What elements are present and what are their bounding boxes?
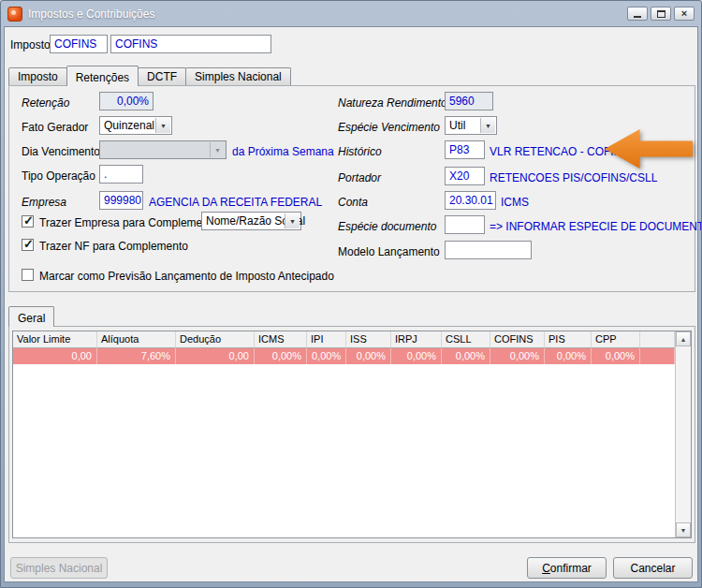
cancelar-button[interactable]: Cancelar — [613, 557, 693, 579]
table-cell: 0,00% — [490, 348, 545, 364]
modelo-lancamento-field[interactable] — [445, 241, 532, 259]
checkbox-0-label: Trazer Empresa para Complemento — [39, 216, 218, 229]
dialog-body: Imposto COFINS COFINS ImpostoRetençõesDC… — [4, 26, 698, 582]
fato-gerador-value: Quinzenal — [104, 119, 154, 132]
empresa-description: AGENCIA DA RECEITA FEDERAL — [149, 196, 322, 209]
column-header[interactable]: Dedução — [176, 331, 255, 348]
close-icon: × — [681, 8, 687, 19]
table-cell: 0,00% — [307, 348, 346, 364]
conta-field[interactable]: 20.30.01 — [445, 191, 496, 210]
dia-vencimento-label: Dia Vencimento — [22, 145, 100, 158]
checkbox-2-label: Marcar como Previsão Lançamento de Impos… — [39, 270, 334, 283]
chevron-down-icon[interactable]: ▼ — [210, 142, 225, 157]
tipo-operacao-label: Tipo Operação — [22, 169, 95, 183]
app-icon — [7, 7, 22, 22]
especie-documento-label: Espécie documento — [338, 220, 436, 233]
column-header[interactable]: CPP — [592, 331, 640, 348]
column-header[interactable]: PIS — [545, 331, 592, 348]
especie-documento-description: => INFORMAR ESPECIE DE DOCUMENTO — [490, 220, 702, 233]
especie-vencimento-select[interactable]: Util ▼ — [445, 116, 497, 135]
dia-vencimento-hint: da Próxima Semana — [232, 145, 334, 158]
table-row[interactable]: 0,007,60%0,000,00%0,00%0,00%0,00%0,00%0,… — [13, 348, 675, 364]
table-cell: 0,00 — [13, 348, 97, 364]
column-header-filler — [640, 331, 675, 348]
tab-retenções[interactable]: Retenções — [66, 66, 139, 86]
portador-description: RETENCOES PIS/COFINS/CSLL — [490, 171, 657, 184]
maximize-button[interactable] — [651, 7, 671, 21]
conta-label: Conta — [338, 196, 368, 209]
natureza-rendimento-label: Natureza Rendimento — [338, 96, 447, 110]
column-header[interactable]: Valor Limite — [13, 331, 97, 348]
table-cell: 0,00 — [176, 348, 255, 364]
simples-nacional-button: Simples Nacional — [10, 557, 108, 579]
vertical-scrollbar[interactable]: ▲ ▼ — [675, 331, 691, 537]
empresa-label: Empresa — [22, 196, 66, 209]
imposto-label: Imposto — [10, 38, 51, 51]
especie-vencimento-label: Espécie Vencimento — [338, 121, 440, 134]
column-header[interactable]: CSLL — [442, 331, 490, 348]
main-tabs: ImpostoRetençõesDCTFSimples Nacional — [8, 66, 290, 86]
portador-field[interactable]: X20 — [445, 167, 485, 185]
retencao-field[interactable]: 0,00% — [99, 92, 154, 110]
fato-gerador-select[interactable]: Quinzenal ▼ — [99, 116, 172, 135]
chevron-down-icon[interactable]: ▼ — [285, 213, 300, 228]
complemento-select[interactable]: Nome/Razão Social ▼ — [201, 212, 301, 230]
imposto-code-field[interactable]: COFINS — [50, 35, 108, 53]
scroll-up-button[interactable]: ▲ — [676, 331, 691, 346]
imposto-name-field[interactable]: COFINS — [110, 35, 271, 53]
tab-simples-nacional[interactable]: Simples Nacional — [185, 67, 291, 85]
table-cell-filler — [640, 348, 675, 364]
empresa-field[interactable]: 999980 — [99, 191, 143, 210]
table-cell: 0,00% — [391, 348, 442, 364]
historico-label: Histórico — [338, 145, 382, 158]
checkbox-1-label: Trazer NF para Complemento — [39, 240, 188, 253]
window-controls: × — [627, 7, 695, 21]
column-header[interactable]: ISS — [346, 331, 391, 348]
window-title: Impostos e Contribuições — [28, 7, 154, 21]
chevron-down-icon[interactable]: ▼ — [155, 118, 170, 133]
portador-label: Portador — [338, 171, 381, 184]
table-header-row: Valor LimiteAlíquotaDeduçãoICMSIPIISSIRP… — [13, 331, 675, 348]
checkbox-2[interactable] — [22, 269, 34, 281]
chevron-down-icon[interactable]: ▼ — [480, 118, 495, 133]
confirmar-button[interactable]: Confirmar — [527, 557, 607, 579]
table-cell: 0,00% — [592, 348, 640, 364]
callout-arrow-icon — [605, 129, 693, 169]
table-cell: 0,00% — [545, 348, 592, 364]
maximize-icon — [657, 10, 665, 18]
table-cell: 7,60% — [97, 348, 176, 364]
column-header[interactable]: IRPJ — [391, 331, 442, 348]
checkbox-1[interactable] — [22, 239, 34, 251]
data-table: Valor LimiteAlíquotaDeduçãoICMSIPIISSIRP… — [12, 331, 692, 538]
column-header[interactable]: ICMS — [255, 331, 307, 348]
minimize-button[interactable] — [627, 7, 648, 21]
especie-vencimento-value: Util — [449, 119, 465, 132]
fato-gerador-label: Fato Gerador — [22, 121, 88, 134]
scrollbar-track[interactable] — [676, 346, 691, 522]
scroll-down-button[interactable]: ▼ — [676, 522, 691, 537]
retencao-label: Retenção — [22, 96, 69, 110]
tab-imposto[interactable]: Imposto — [8, 67, 67, 85]
especie-documento-field[interactable] — [445, 215, 485, 234]
column-header[interactable]: Alíquota — [97, 331, 176, 348]
minimize-icon — [634, 16, 641, 18]
table-cell: 0,00% — [442, 348, 490, 364]
geral-tabs: Geral — [8, 306, 53, 327]
dialog-window: Impostos e Contribuições × Imposto COFIN… — [0, 0, 702, 588]
column-header[interactable]: COFINS — [490, 331, 545, 348]
column-header[interactable]: IPI — [307, 331, 346, 348]
dia-vencimento-select[interactable]: ▼ — [99, 140, 227, 159]
modelo-lancamento-label: Modelo Lançamento — [338, 245, 440, 258]
table-body: 0,007,60%0,000,00%0,00%0,00%0,00%0,00%0,… — [13, 348, 675, 364]
historico-field[interactable]: P83 — [445, 140, 485, 159]
titlebar[interactable]: Impostos e Contribuições × — [4, 1, 698, 26]
close-button[interactable]: × — [674, 7, 695, 21]
table-cell: 0,00% — [255, 348, 307, 364]
tab-dctf[interactable]: DCTF — [138, 67, 186, 85]
table-cell: 0,00% — [346, 348, 391, 364]
tipo-operacao-field[interactable]: . — [99, 165, 143, 184]
tab-geral[interactable]: Geral — [8, 306, 54, 327]
natureza-rendimento-field[interactable]: 5960 — [445, 92, 493, 110]
conta-description: ICMS — [501, 196, 529, 209]
checkbox-0[interactable] — [22, 215, 34, 228]
